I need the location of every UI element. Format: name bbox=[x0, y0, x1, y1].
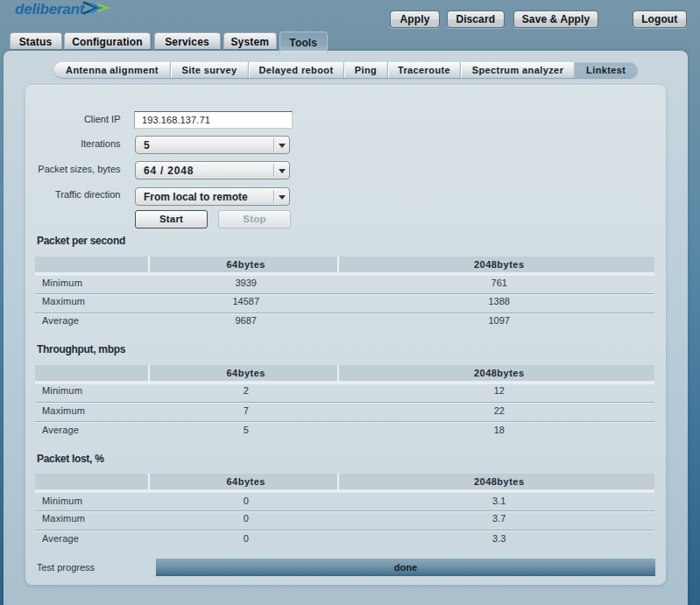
svg-text:deliberant: deliberant bbox=[15, 1, 86, 18]
